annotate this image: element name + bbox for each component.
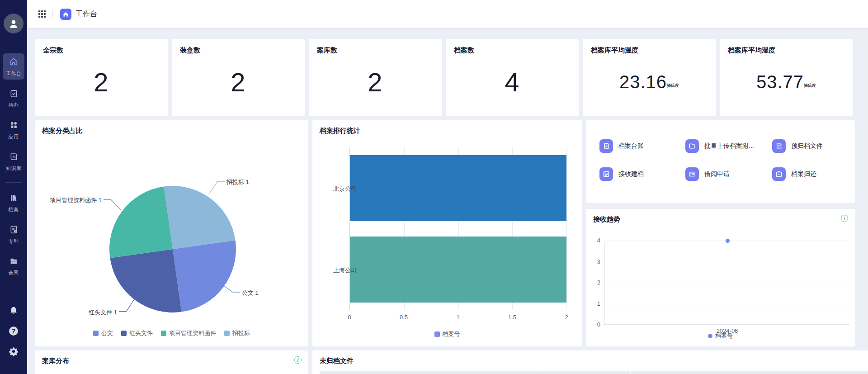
- quicklink-批量上传档案附...[interactable]: 批量上传档案附...: [685, 139, 772, 153]
- quicklink-label: 借阅申请: [704, 170, 730, 178]
- table-header-实体份数[interactable]: 实体份数: [827, 371, 868, 374]
- stat-card-value: 4: [454, 55, 571, 109]
- contract-icon: [9, 256, 19, 268]
- receive-icon: [599, 167, 613, 181]
- bar-上海公司[interactable]: [350, 237, 566, 303]
- sidebar-item-专利[interactable]: 专利: [3, 222, 24, 247]
- table-header-文件标题[interactable]: 文件标题: [430, 371, 540, 374]
- pie-slice-红头文件[interactable]: [110, 249, 181, 312]
- legend-item-项目管理资料函件[interactable]: 项目管理资料函件: [161, 329, 216, 337]
- legend-label: 招投标: [232, 329, 250, 337]
- legend-item-红头文件[interactable]: 红头文件: [121, 329, 153, 337]
- quicklink-档案归还[interactable]: 档案归还: [772, 167, 855, 181]
- sidebar: 工作台待办应用AI知识库档案专利合同 ?: [0, 0, 27, 374]
- quicklink-预归档文件[interactable]: 预归档文件: [772, 139, 855, 153]
- trend-plot-area: [604, 241, 850, 325]
- legend-marker: [708, 334, 712, 338]
- bar-gridline: [566, 147, 567, 310]
- page-title: 工作台: [75, 9, 97, 19]
- pie-chart-card: 档案分类占比 招投标 1公文 1红头文件 1项目管理资料函件 1 公文红头文件项…: [35, 120, 308, 346]
- stat-card: 档案库平均湿度53.77摄氏度: [720, 39, 853, 116]
- quicklink-借阅申请[interactable]: 借阅申请: [685, 167, 772, 181]
- ledger-icon: [599, 139, 613, 153]
- pie-label-项目管理资料函件: 项目管理资料函件 1: [50, 196, 102, 204]
- legend-item-档案号[interactable]: 档案号: [434, 330, 460, 338]
- stat-card-title: 档案数: [454, 46, 571, 55]
- stat-card-title: 档案库平均温度: [591, 46, 708, 55]
- svg-text:?: ?: [12, 327, 16, 335]
- sidebar-item-应用[interactable]: 应用: [3, 117, 24, 143]
- pie-chart[interactable]: [35, 127, 308, 339]
- dashboard-content: 全宗数2装盒数2案库数2档案数4档案库平均温度23.16摄氏度档案库平均湿度53…: [27, 28, 868, 374]
- info-icon[interactable]: i: [294, 356, 302, 364]
- trend-chart-card: 接收趋势 i 432102024-06 档案号: [586, 209, 855, 346]
- info-icon[interactable]: i: [841, 215, 848, 222]
- trend-y-tick: 3: [589, 258, 600, 265]
- trend-gridline: [604, 283, 850, 283]
- topbar-divider: [52, 9, 53, 19]
- main-area: 工作台 应用中心 ★: [27, 0, 868, 374]
- sidebar-item-工作台[interactable]: 工作台: [3, 53, 24, 80]
- pie-label-招投标: 招投标 1: [226, 178, 249, 186]
- stat-card-unit: 摄氏度: [804, 83, 816, 89]
- legend-marker: [434, 331, 440, 337]
- pie-label-line: [224, 286, 240, 292]
- bar-category-label: 北京公司: [307, 185, 357, 193]
- table-header-形成年份[interactable]: 形成年份: [540, 371, 631, 374]
- stat-card: 装盒数2: [172, 39, 305, 116]
- svg-text:AI: AI: [12, 155, 15, 158]
- legend-marker: [161, 331, 166, 336]
- knowledge-icon: AI: [9, 152, 19, 163]
- bar-band: [350, 147, 566, 229]
- topbar: 工作台 应用中心 ★: [27, 0, 868, 28]
- help-icon[interactable]: ?: [8, 326, 19, 336]
- stat-card: 档案数4: [446, 39, 579, 116]
- legend-label: 项目管理资料函件: [169, 329, 216, 337]
- bar-chart-title: 档案排行统计: [320, 127, 575, 135]
- sidebar-item-知识库[interactable]: AI知识库: [3, 149, 24, 175]
- quicklink-label: 档案台账: [618, 142, 644, 150]
- pie-label-line: [104, 199, 121, 210]
- stat-card-unit: 摄氏度: [667, 83, 679, 89]
- stat-card-title: 全宗数: [43, 46, 160, 55]
- app-grid-menu-icon[interactable]: [38, 10, 46, 18]
- legend-item-招投标[interactable]: 招投标: [224, 329, 250, 337]
- borrow-icon: [685, 167, 699, 181]
- pie-legend: 公文红头文件项目管理资料函件招投标: [35, 329, 308, 337]
- table-header-档案来源[interactable]: 档案来源: [320, 371, 430, 374]
- pie-slice-公文[interactable]: [173, 241, 236, 312]
- sidebar-item-待办[interactable]: 待办: [3, 85, 24, 111]
- table-header-二级分类[interactable]: 二级分类: [730, 371, 827, 374]
- quicklink-label: 档案归还: [791, 170, 816, 178]
- user-avatar[interactable]: [4, 14, 24, 33]
- charts-row: 档案分类占比 招投标 1公文 1红头文件 1项目管理资料函件 1 公文红头文件项…: [35, 120, 868, 346]
- trend-data-point[interactable]: [726, 239, 730, 243]
- legend-item-公文[interactable]: 公文: [93, 329, 113, 337]
- notifications-bell-icon[interactable]: [9, 306, 19, 316]
- settings-gear-icon[interactable]: [9, 346, 19, 356]
- quicklink-档案台账[interactable]: 档案台账: [599, 139, 685, 153]
- home-badge-icon[interactable]: [60, 9, 71, 20]
- todo-icon: [9, 89, 19, 100]
- sidebar-item-label: 应用: [9, 133, 19, 140]
- table-header-row: 档案来源文件标题形成年份一级类目二级分类实体份数: [320, 371, 868, 374]
- legend-item-档案号[interactable]: 档案号: [708, 332, 733, 340]
- sidebar-item-label: 待办: [9, 102, 19, 109]
- table-header-一级类目[interactable]: 一级类目: [631, 371, 730, 374]
- repository-distribution-title: 案库分布: [42, 357, 301, 365]
- bar-北京公司[interactable]: [350, 155, 566, 221]
- bar-chart-card: 档案排行统计 00.511.52北京公司上海公司 档案号: [312, 120, 582, 346]
- legend-label: 红头文件: [129, 329, 153, 337]
- sidebar-item-label: 工作台: [6, 70, 22, 77]
- legend-marker: [224, 331, 230, 336]
- patent-icon: [9, 225, 19, 236]
- pie-slice-项目管理资料函件[interactable]: [109, 186, 173, 258]
- sidebar-item-档案[interactable]: 档案: [3, 190, 24, 216]
- stat-card: 全宗数2: [35, 39, 168, 116]
- pie-label-line: [209, 181, 225, 194]
- sidebar-item-合同[interactable]: 合同: [3, 253, 24, 279]
- quicklink-接收建档[interactable]: 接收建档: [599, 167, 685, 181]
- stat-card: 案库数2: [309, 39, 442, 116]
- sidebar-item-label: 知识库: [6, 165, 22, 172]
- pie-slice-招投标[interactable]: [164, 186, 236, 249]
